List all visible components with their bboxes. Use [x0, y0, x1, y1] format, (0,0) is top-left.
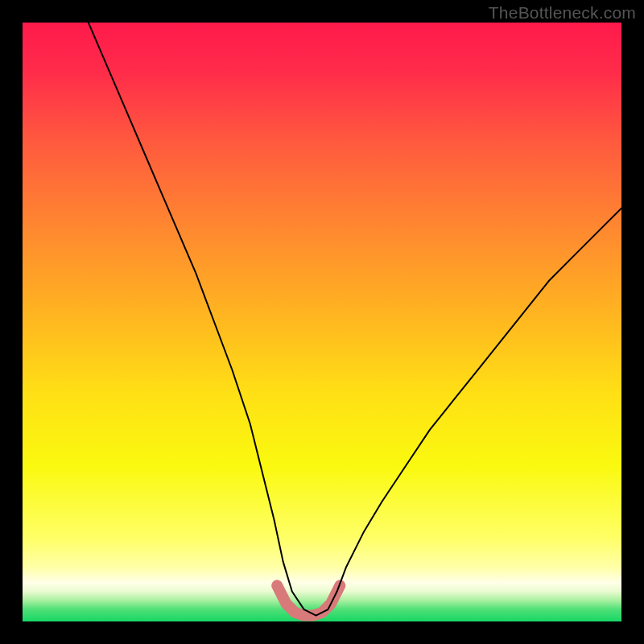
bottleneck-curve	[89, 23, 621, 616]
chart-frame: TheBottleneck.com	[0, 0, 644, 644]
watermark-text: TheBottleneck.com	[489, 3, 636, 23]
plot-area	[23, 23, 621, 621]
chart-svg	[23, 23, 621, 621]
